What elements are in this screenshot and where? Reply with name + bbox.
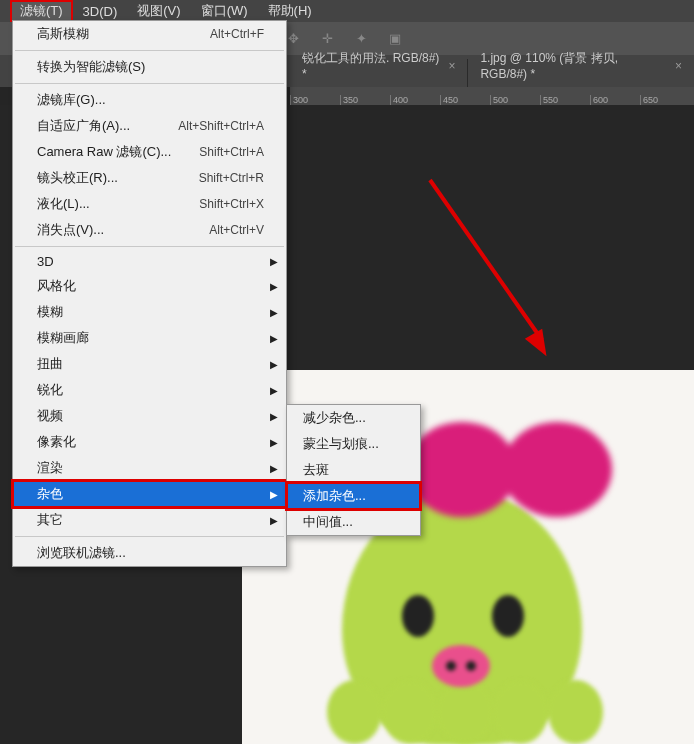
menu-item-lens-correction[interactable]: 镜头校正(R)...Shift+Ctrl+R	[13, 165, 286, 191]
chevron-right-icon: ▶	[270, 463, 278, 474]
menu-item-render[interactable]: 渲染▶	[13, 455, 286, 481]
menu-item-liquify[interactable]: 液化(L)...Shift+Ctrl+X	[13, 191, 286, 217]
chevron-right-icon: ▶	[270, 385, 278, 396]
menu-help[interactable]: 帮助(H)	[258, 0, 322, 22]
chevron-right-icon: ▶	[270, 437, 278, 448]
horizontal-ruler: 300350400450500550600650	[290, 87, 694, 105]
menu-filter[interactable]: 滤镜(T)	[10, 0, 73, 22]
menu-item-browse-online[interactable]: 浏览联机滤镜...	[13, 540, 286, 566]
menu-item-adaptive-wide[interactable]: 自适应广角(A)...Alt+Shift+Ctrl+A	[13, 113, 286, 139]
noise-submenu: 减少杂色... 蒙尘与划痕... 去斑 添加杂色... 中间值...	[286, 404, 421, 536]
close-icon[interactable]: ×	[675, 59, 682, 73]
menu-item-stylize[interactable]: 风格化▶	[13, 273, 286, 299]
menu-item-blur[interactable]: 模糊▶	[13, 299, 286, 325]
menu-item-blur-gallery[interactable]: 模糊画廊▶	[13, 325, 286, 351]
chevron-right-icon: ▶	[270, 411, 278, 422]
menu-3d[interactable]: 3D(D)	[73, 2, 128, 21]
menu-item-add-noise[interactable]: 添加杂色...	[287, 483, 420, 509]
menu-window[interactable]: 窗口(W)	[191, 0, 258, 22]
menu-item-despeckle[interactable]: 去斑	[287, 457, 420, 483]
chevron-right-icon: ▶	[270, 515, 278, 526]
menu-item-dust-scratches[interactable]: 蒙尘与划痕...	[287, 431, 420, 457]
menu-item-smart-filter[interactable]: 转换为智能滤镜(S)	[13, 54, 286, 80]
menu-item-last-filter[interactable]: 高斯模糊Alt+Ctrl+F	[13, 21, 286, 47]
chevron-right-icon: ▶	[270, 489, 278, 500]
menu-item-3d[interactable]: 3D▶	[13, 250, 286, 273]
menubar: 滤镜(T) 3D(D) 视图(V) 窗口(W) 帮助(H)	[0, 0, 694, 22]
chevron-right-icon: ▶	[270, 256, 278, 267]
annotation-arrow	[430, 178, 625, 182]
chevron-right-icon: ▶	[270, 281, 278, 292]
separator	[15, 50, 284, 51]
menu-item-reduce-noise[interactable]: 减少杂色...	[287, 405, 420, 431]
separator	[15, 83, 284, 84]
tab-title: 锐化工具的用法. RGB/8#) *	[302, 50, 440, 81]
chevron-right-icon: ▶	[270, 359, 278, 370]
chevron-right-icon: ▶	[270, 333, 278, 344]
document-tab[interactable]: 1.jpg @ 110% (背景 拷贝, RGB/8#) * ×	[468, 44, 694, 87]
tab-title: 1.jpg @ 110% (背景 拷贝, RGB/8#) *	[480, 50, 667, 81]
filter-menu-dropdown: 高斯模糊Alt+Ctrl+F 转换为智能滤镜(S) 滤镜库(G)... 自适应广…	[12, 20, 287, 567]
menu-item-noise[interactable]: 杂色▶	[13, 481, 286, 507]
menu-item-median[interactable]: 中间值...	[287, 509, 420, 535]
chevron-right-icon: ▶	[270, 307, 278, 318]
menu-item-sharpen[interactable]: 锐化▶	[13, 377, 286, 403]
menu-view[interactable]: 视图(V)	[127, 0, 190, 22]
menu-item-distort[interactable]: 扭曲▶	[13, 351, 286, 377]
separator	[15, 536, 284, 537]
menu-item-other[interactable]: 其它▶	[13, 507, 286, 533]
document-tab[interactable]: 锐化工具的用法. RGB/8#) * ×	[290, 44, 467, 87]
separator	[15, 246, 284, 247]
menu-item-filter-gallery[interactable]: 滤镜库(G)...	[13, 87, 286, 113]
menu-item-video[interactable]: 视频▶	[13, 403, 286, 429]
close-icon[interactable]: ×	[448, 59, 455, 73]
menu-item-pixelate[interactable]: 像素化▶	[13, 429, 286, 455]
menu-item-camera-raw[interactable]: Camera Raw 滤镜(C)...Shift+Ctrl+A	[13, 139, 286, 165]
menu-item-vanishing-point[interactable]: 消失点(V)...Alt+Ctrl+V	[13, 217, 286, 243]
